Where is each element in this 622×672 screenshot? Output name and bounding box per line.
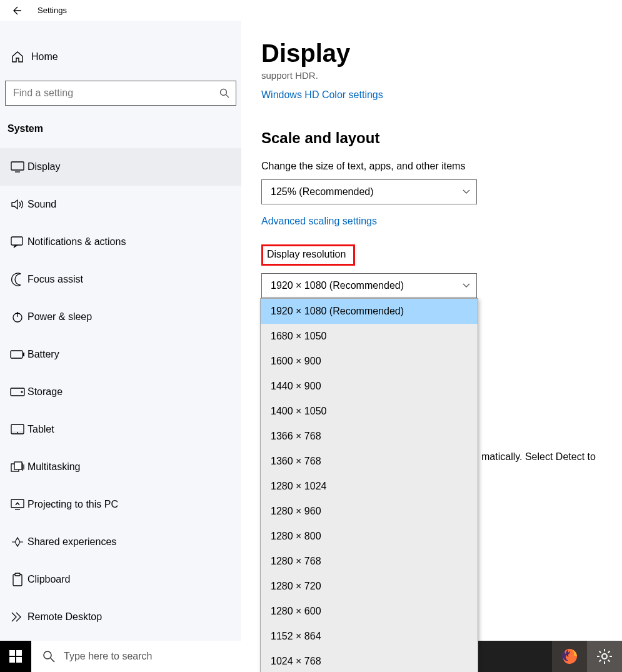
sidebar-item-label: Clipboard	[28, 574, 70, 585]
storage-icon	[8, 385, 28, 399]
sidebar-item-label: Notifications & actions	[28, 236, 126, 248]
start-button[interactable]	[0, 641, 31, 672]
svg-point-13	[17, 432, 18, 433]
sidebar-item-label: Tablet	[28, 424, 54, 435]
svg-point-29	[602, 654, 607, 659]
resolution-option[interactable]: 1152 × 864	[261, 624, 478, 649]
taskbar-app-settings[interactable]	[587, 641, 622, 672]
window-title: Settings	[38, 6, 67, 15]
svg-line-1	[226, 95, 229, 98]
sidebar-item-home[interactable]: Home	[0, 38, 241, 76]
sidebar-item-tablet[interactable]: Tablet	[0, 411, 241, 448]
sidebar: Home System Display Sound	[0, 21, 241, 672]
search-icon	[219, 88, 229, 98]
scale-dropdown[interactable]: 125% (Recommended)	[261, 179, 477, 204]
svg-rect-4	[11, 237, 23, 245]
sidebar-item-label: Power & sleep	[28, 311, 92, 323]
svg-point-26	[44, 651, 51, 659]
remote-desktop-icon	[8, 610, 28, 624]
windows-logo-icon	[9, 650, 22, 663]
resolution-option[interactable]: 1680 × 1050	[261, 324, 478, 349]
resolution-option[interactable]: 1280 × 800	[261, 524, 478, 549]
resolution-dropdown-value: 1920 × 1080 (Recommended)	[271, 280, 404, 291]
chevron-down-icon	[463, 281, 470, 290]
resolution-option[interactable]: 1400 × 1050	[261, 399, 478, 424]
title-bar: Settings	[0, 0, 622, 21]
sidebar-item-power-sleep[interactable]: Power & sleep	[0, 298, 241, 336]
svg-rect-18	[11, 499, 24, 508]
svg-rect-15	[14, 462, 22, 469]
svg-rect-24	[9, 657, 15, 663]
search-input[interactable]	[13, 88, 219, 99]
sidebar-item-sound[interactable]: Sound	[0, 186, 241, 223]
scale-layout-heading: Scale and layout	[261, 129, 622, 147]
taskbar-search-placeholder: Type here to search	[64, 651, 152, 662]
svg-rect-21	[15, 573, 20, 576]
svg-point-0	[221, 89, 227, 96]
svg-rect-2	[11, 162, 24, 170]
sidebar-item-clipboard[interactable]: Clipboard	[0, 561, 241, 598]
resolution-label: Display resolution	[261, 244, 355, 266]
chevron-down-icon	[463, 188, 470, 196]
notifications-icon	[8, 235, 28, 249]
sidebar-item-notifications[interactable]: Notifications & actions	[0, 223, 241, 261]
sidebar-item-battery[interactable]: Battery	[0, 336, 241, 373]
sidebar-item-label: Sound	[28, 199, 56, 210]
advanced-scaling-link[interactable]: Advanced scaling settings	[261, 216, 377, 227]
resolution-option[interactable]: 1360 × 768	[261, 449, 478, 474]
sidebar-item-label: Home	[31, 51, 58, 63]
sidebar-item-remote-desktop[interactable]: Remote Desktop	[0, 598, 241, 636]
focus-assist-icon	[8, 273, 28, 286]
display-icon	[8, 160, 28, 174]
multitasking-icon	[8, 460, 28, 474]
svg-point-10	[21, 391, 23, 393]
projecting-icon	[8, 498, 28, 511]
sidebar-item-label: Battery	[28, 349, 59, 360]
resolution-option[interactable]: 1440 × 900	[261, 374, 478, 399]
search-input-wrapper[interactable]	[5, 81, 236, 106]
resolution-option[interactable]: 1280 × 960	[261, 499, 478, 524]
sidebar-item-display[interactable]: Display	[0, 148, 241, 186]
home-icon	[8, 51, 28, 63]
clipboard-icon	[8, 573, 28, 586]
sidebar-item-shared-experiences[interactable]: Shared experiences	[0, 523, 241, 561]
resolution-option[interactable]: 1920 × 1080 (Recommended)	[261, 299, 478, 324]
sidebar-item-label: Storage	[28, 386, 63, 398]
sidebar-item-focus-assist[interactable]: Focus assist	[0, 261, 241, 298]
sidebar-item-label: Focus assist	[28, 274, 83, 285]
svg-rect-20	[13, 574, 22, 586]
resolution-option[interactable]: 1280 × 1024	[261, 474, 478, 499]
resolution-option[interactable]: 1280 × 720	[261, 574, 478, 599]
battery-icon	[8, 348, 28, 361]
firefox-icon	[561, 648, 578, 665]
sidebar-item-label: Projecting to this PC	[28, 499, 118, 510]
svg-rect-25	[16, 657, 22, 663]
resolution-dropdown[interactable]: 1920 × 1080 (Recommended)	[261, 273, 477, 298]
back-button[interactable]	[6, 6, 26, 16]
sidebar-item-storage[interactable]: Storage	[0, 373, 241, 411]
hdr-settings-link[interactable]: Windows HD Color settings	[261, 89, 383, 101]
resolution-option[interactable]: 1280 × 768	[261, 549, 478, 574]
sidebar-item-label: Display	[28, 161, 60, 173]
resolution-dropdown-list[interactable]: 1920 × 1080 (Recommended) 1680 × 1050 16…	[260, 298, 478, 672]
resolution-option[interactable]: 1024 × 768	[261, 649, 478, 672]
resolution-option[interactable]: 1366 × 768	[261, 424, 478, 449]
search-icon	[43, 650, 55, 663]
sidebar-item-label: Shared experiences	[28, 536, 116, 548]
scale-label: Change the size of text, apps, and other…	[261, 161, 622, 172]
power-icon	[8, 310, 28, 324]
sound-icon	[8, 198, 28, 211]
resolution-option[interactable]: 1600 × 900	[261, 349, 478, 374]
taskbar-search[interactable]: Type here to search	[31, 641, 261, 672]
sidebar-item-projecting[interactable]: Projecting to this PC	[0, 486, 241, 523]
back-arrow-icon	[11, 6, 21, 16]
svg-rect-7	[11, 351, 23, 358]
resolution-option[interactable]: 1280 × 600	[261, 599, 478, 624]
taskbar-app-firefox[interactable]	[552, 641, 587, 672]
shared-experiences-icon	[8, 535, 28, 549]
sidebar-item-multitasking[interactable]: Multitasking	[0, 448, 241, 486]
svg-line-37	[599, 660, 601, 662]
sidebar-item-label: Remote Desktop	[28, 611, 102, 623]
obscured-text: matically. Select Detect to	[481, 450, 613, 464]
sidebar-section-title: System	[0, 118, 241, 148]
